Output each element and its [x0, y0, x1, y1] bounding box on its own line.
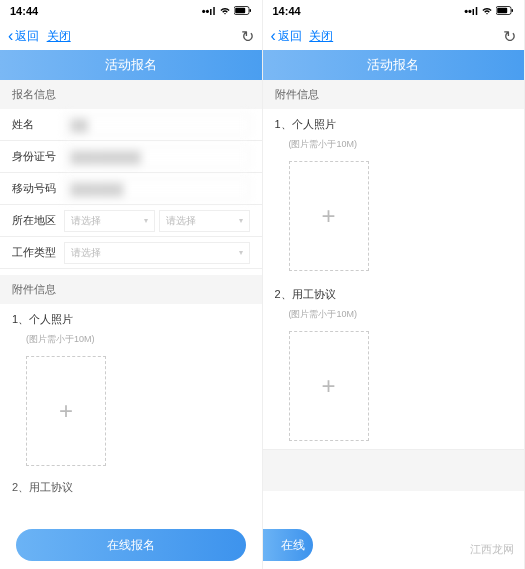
- label-id: 身份证号: [12, 149, 64, 164]
- svg-rect-1: [235, 8, 245, 14]
- svg-rect-4: [497, 8, 507, 14]
- status-icons: ••ıl: [202, 5, 252, 17]
- refresh-icon[interactable]: ↻: [503, 27, 516, 46]
- page-header: 活动报名: [0, 50, 262, 80]
- phone-left: 14:44 ••ıl ‹ 返回 关闭 ↻ 活动报名 报名信息 姓名 ██ 身: [0, 0, 263, 569]
- upload-box-photo[interactable]: +: [26, 356, 106, 466]
- status-time: 14:44: [273, 5, 301, 17]
- attach-title-2: 2、用工协议: [275, 287, 513, 302]
- wifi-icon: [219, 5, 231, 17]
- status-bar: 14:44 ••ıl: [263, 0, 525, 22]
- label-worktype: 工作类型: [12, 245, 64, 260]
- chevron-down-icon: ▾: [239, 248, 243, 257]
- section-attachment-info: 附件信息: [0, 275, 262, 304]
- refresh-icon[interactable]: ↻: [241, 27, 254, 46]
- row-id: 身份证号 ████████: [0, 141, 262, 173]
- chevron-down-icon: ▾: [239, 216, 243, 225]
- attach-hint-1: (图片需小于10M): [289, 138, 513, 151]
- row-worktype: 工作类型 请选择 ▾: [0, 237, 262, 269]
- chevron-down-icon: ▾: [144, 216, 148, 225]
- input-id[interactable]: ████████: [64, 146, 250, 168]
- page-title: 活动报名: [105, 56, 157, 74]
- nav-back[interactable]: 返回: [278, 28, 302, 45]
- plus-icon: +: [321, 372, 335, 400]
- page-header: 活动报名: [263, 50, 525, 80]
- section-registration-info: 报名信息: [0, 80, 262, 109]
- label-region: 所在地区: [12, 213, 64, 228]
- battery-icon: [496, 5, 514, 17]
- label-name: 姓名: [12, 117, 64, 132]
- signal-icon: ••ıl: [202, 5, 216, 17]
- scroll-area[interactable]: 附件信息 1、个人照片 (图片需小于10M) + 2、用工协议 (图片需小于10…: [263, 80, 525, 569]
- attach-hint-1: (图片需小于10M): [26, 333, 250, 346]
- attach-personal-photo: 1、个人照片 (图片需小于10M) +: [263, 109, 525, 279]
- attach-employment-agreement: 2、用工协议 (图片需小于10M) +: [263, 279, 525, 449]
- attach-title-1: 1、个人照片: [12, 312, 250, 327]
- label-mobile: 移动号码: [12, 181, 64, 196]
- row-region: 所在地区 请选择 ▾ 请选择 ▾: [0, 205, 262, 237]
- input-name[interactable]: ██: [64, 114, 250, 136]
- nav-bar: ‹ 返回 关闭 ↻: [263, 22, 525, 50]
- status-time: 14:44: [10, 5, 38, 17]
- back-arrow-icon[interactable]: ‹: [271, 27, 276, 45]
- select-region-2[interactable]: 请选择 ▾: [159, 210, 250, 232]
- nav-close[interactable]: 关闭: [309, 28, 333, 45]
- attach-hint-2: (图片需小于10M): [289, 308, 513, 321]
- svg-rect-2: [249, 9, 251, 12]
- svg-rect-5: [512, 9, 514, 12]
- footer-area: [263, 449, 525, 491]
- signal-icon: ••ıl: [464, 5, 478, 17]
- nav-back[interactable]: 返回: [15, 28, 39, 45]
- select-region-1[interactable]: 请选择 ▾: [64, 210, 155, 232]
- section-attachment-info: 附件信息: [263, 80, 525, 109]
- status-bar: 14:44 ••ıl: [0, 0, 262, 22]
- submit-button-partial[interactable]: 在线: [263, 529, 313, 561]
- nav-bar: ‹ 返回 关闭 ↻: [0, 22, 262, 50]
- nav-close[interactable]: 关闭: [47, 28, 71, 45]
- wifi-icon: [481, 5, 493, 17]
- battery-icon: [234, 5, 252, 17]
- status-icons: ••ıl: [464, 5, 514, 17]
- submit-button[interactable]: 在线报名: [16, 529, 246, 561]
- upload-box-photo[interactable]: +: [289, 161, 369, 271]
- attach-personal-photo: 1、个人照片 (图片需小于10M) +: [0, 304, 262, 474]
- attach-peek-2: 2、用工协议: [0, 474, 262, 501]
- row-mobile: 移动号码 ██████: [0, 173, 262, 205]
- attach-title-1: 1、个人照片: [275, 117, 513, 132]
- scroll-area[interactable]: 报名信息 姓名 ██ 身份证号 ████████ 移动号码 ██████ 所在地…: [0, 80, 262, 569]
- back-arrow-icon[interactable]: ‹: [8, 27, 13, 45]
- phone-right: 14:44 ••ıl ‹ 返回 关闭 ↻ 活动报名 附件信息 1、个人照片 (图…: [263, 0, 526, 569]
- select-worktype[interactable]: 请选择 ▾: [64, 242, 250, 264]
- upload-box-agreement[interactable]: +: [289, 331, 369, 441]
- plus-icon: +: [59, 397, 73, 425]
- input-mobile[interactable]: ██████: [64, 178, 250, 200]
- page-title: 活动报名: [367, 56, 419, 74]
- plus-icon: +: [321, 202, 335, 230]
- row-name: 姓名 ██: [0, 109, 262, 141]
